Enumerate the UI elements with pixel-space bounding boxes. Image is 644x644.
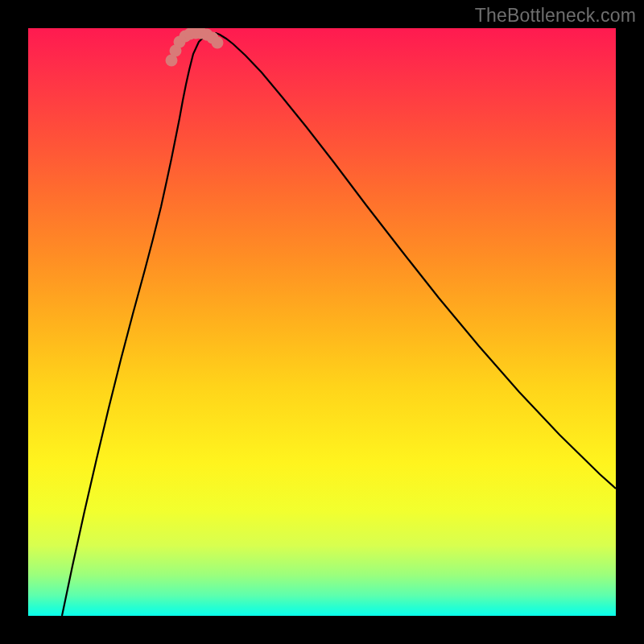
bottleneck-curve bbox=[62, 33, 616, 616]
marker-dot bbox=[212, 37, 224, 49]
plot-area bbox=[28, 28, 616, 616]
chart-frame: TheBottleneck.com bbox=[0, 0, 644, 644]
watermark-text: TheBottleneck.com bbox=[475, 5, 636, 27]
chart-svg bbox=[28, 28, 616, 616]
marker-group bbox=[166, 28, 224, 67]
